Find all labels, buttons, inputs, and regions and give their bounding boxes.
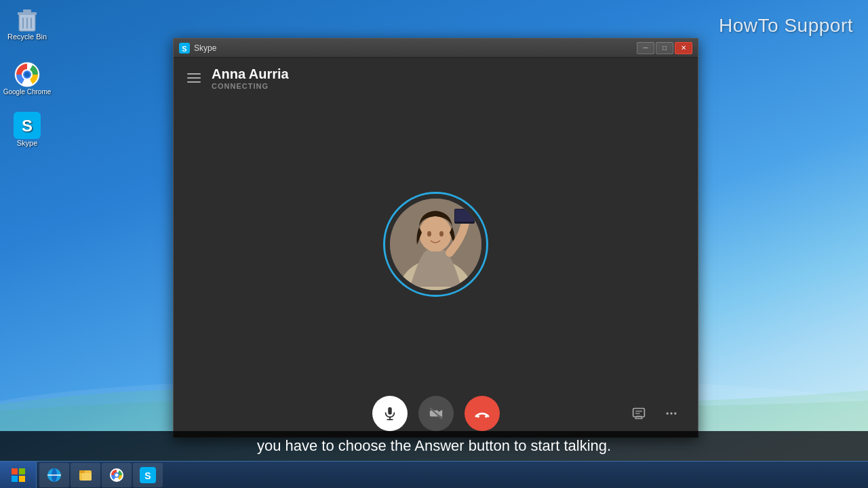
skype-desktop-label: Skype — [17, 139, 38, 147]
mute-button[interactable] — [372, 396, 408, 431]
chat-button[interactable] — [626, 401, 652, 426]
call-header: Anna Aurria CONNECTING — [174, 58, 698, 98]
svg-text:S: S — [144, 470, 151, 481]
ie-icon — [46, 467, 62, 483]
call-content: Anna Aurria CONNECTING — [174, 58, 698, 437]
more-icon — [665, 407, 678, 420]
recycle-bin-svg — [14, 5, 41, 33]
taskbar-skype[interactable]: S — [133, 463, 163, 487]
taskbar-ie[interactable] — [39, 463, 69, 487]
svg-point-21 — [439, 231, 443, 237]
hamburger-menu-button[interactable] — [184, 68, 203, 87]
svg-point-47 — [115, 473, 119, 476]
chat-icon — [632, 407, 646, 420]
hamburger-line-1 — [187, 73, 201, 75]
call-controls — [174, 390, 698, 437]
microphone-icon — [382, 406, 397, 421]
taskbar-skype-icon: S — [140, 467, 156, 483]
svg-point-20 — [427, 231, 431, 237]
avatar-area — [174, 98, 698, 390]
taskbar-chrome-icon — [108, 467, 125, 483]
svg-rect-29 — [633, 409, 645, 418]
svg-rect-23 — [455, 209, 474, 222]
title-bar-left: S Skype — [179, 43, 216, 54]
chrome-label: Google Chrome — [3, 88, 52, 96]
taskbar-explorer[interactable] — [71, 463, 100, 487]
start-icon — [11, 468, 26, 483]
video-button[interactable] — [418, 396, 454, 431]
skype-desktop-svg: S — [14, 112, 41, 139]
taskbar-apps: S — [37, 462, 165, 489]
end-call-icon — [475, 406, 490, 421]
skype-desktop-icon[interactable]: S Skype — [3, 112, 52, 147]
howto-watermark: HowTo Support — [719, 15, 853, 37]
call-user-info: Anna Aurria CONNECTING — [212, 66, 289, 90]
svg-rect-2 — [23, 9, 31, 12]
caller-avatar-image — [390, 199, 481, 290]
svg-rect-36 — [19, 468, 25, 474]
svg-rect-44 — [82, 473, 92, 481]
recycle-bin-label: Recycle Bin — [7, 33, 47, 41]
svg-rect-24 — [388, 407, 392, 415]
svg-rect-38 — [19, 476, 25, 482]
start-button[interactable] — [0, 462, 37, 489]
svg-rect-37 — [12, 476, 18, 482]
title-bar-skype-logo: S — [179, 43, 190, 54]
subtitle-text: you have to choose the Answer button to … — [257, 437, 611, 455]
svg-point-10 — [24, 72, 30, 77]
hamburger-line-3 — [187, 81, 201, 83]
close-button[interactable]: ✕ — [675, 42, 692, 54]
title-bar-text: Skype — [194, 43, 216, 53]
call-controls-right — [626, 401, 684, 426]
video-icon — [429, 406, 443, 421]
svg-point-34 — [674, 412, 676, 414]
caller-avatar — [390, 199, 481, 290]
svg-rect-1 — [18, 12, 37, 15]
svg-rect-43 — [79, 470, 85, 473]
title-bar: S Skype ─ □ ✕ — [174, 39, 698, 58]
explorer-icon — [77, 467, 94, 483]
end-call-button[interactable] — [465, 396, 500, 431]
chrome-icon[interactable]: Google Chrome — [3, 61, 52, 96]
svg-rect-35 — [12, 468, 18, 474]
taskbar-chrome[interactable] — [102, 463, 132, 487]
skype-window: S Skype ─ □ ✕ Anna Aurria CONNECTING — [173, 38, 698, 438]
svg-point-32 — [667, 412, 669, 414]
minimize-button[interactable]: ─ — [637, 42, 654, 54]
call-status: CONNECTING — [212, 82, 289, 90]
recycle-bin-icon[interactable]: Recycle Bin — [3, 5, 52, 41]
title-bar-controls: ─ □ ✕ — [637, 42, 692, 54]
caller-avatar-ring — [383, 192, 488, 297]
more-button[interactable] — [658, 401, 684, 426]
subtitle-bar: you have to choose the Answer button to … — [0, 431, 868, 461]
taskbar: S — [0, 461, 868, 488]
svg-text:S: S — [182, 45, 186, 53]
caller-name: Anna Aurria — [212, 66, 289, 82]
svg-text:S: S — [22, 117, 33, 135]
hamburger-line-2 — [187, 77, 201, 79]
svg-point-33 — [670, 412, 672, 414]
svg-point-19 — [419, 216, 452, 251]
chrome-svg — [14, 61, 41, 88]
maximize-button[interactable]: □ — [656, 42, 673, 54]
